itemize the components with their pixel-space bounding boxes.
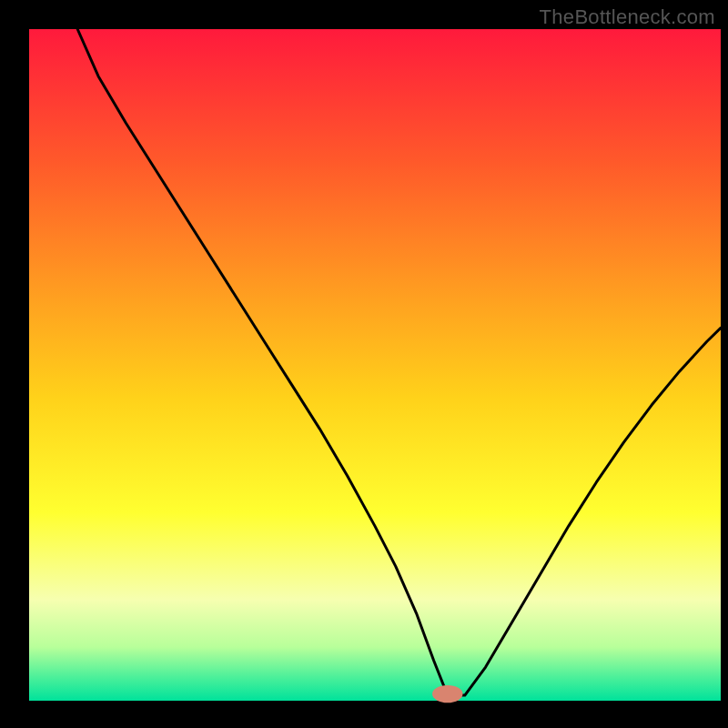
watermark-text: TheBottleneck.com	[540, 5, 715, 29]
optimal-marker	[432, 685, 462, 703]
gradient-background	[29, 29, 721, 701]
bottleneck-chart	[0, 0, 728, 728]
